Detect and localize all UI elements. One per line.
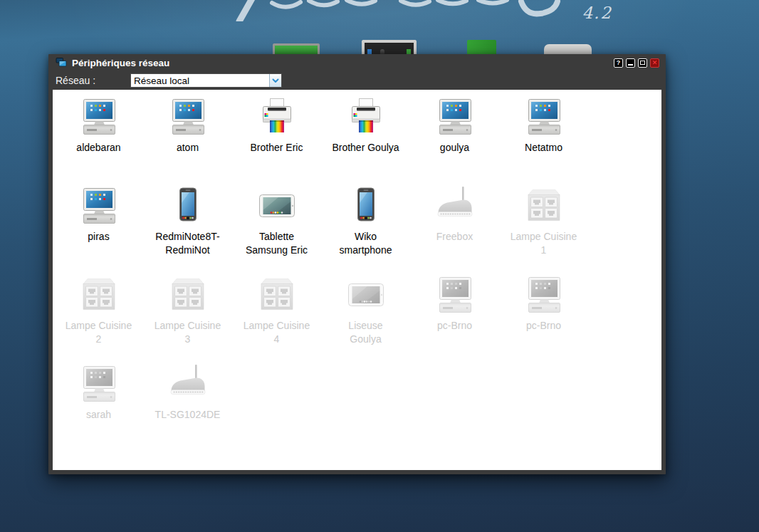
device-label: LiseuseGoulya [348, 319, 382, 346]
device-label: Brother Goulya [332, 141, 399, 155]
device-goulya[interactable]: goulya [410, 97, 499, 186]
help-button[interactable]: ? [614, 58, 623, 68]
window-controls: ? ✕ [614, 58, 659, 68]
switch-icon [79, 275, 119, 315]
tablet-icon [346, 275, 386, 315]
network-devices-window: Périphériques réseau ? ✕ Réseau : Réseau… [48, 54, 666, 474]
desktop-icon-partial-2[interactable] [362, 40, 417, 54]
router-icon [435, 186, 475, 226]
device-label: goulya [440, 141, 469, 155]
device-sarah[interactable]: sarah [54, 364, 143, 453]
device-panel: aldebaran atom Brother Eric Brother Goul… [53, 90, 661, 470]
device-pc-brno[interactable]: pc-Brno [410, 275, 499, 364]
switch-icon [524, 186, 564, 226]
network-select[interactable]: Réseau local [130, 73, 282, 88]
computer-icon [168, 97, 208, 137]
device-netatmo[interactable]: Netatmo [499, 97, 588, 186]
titlebar[interactable]: Périphériques réseau ? ✕ [48, 54, 666, 71]
device-label: TL-SG1024DE [155, 408, 221, 422]
device-label: RedmiNote8T-RedmiNot [155, 230, 219, 257]
device-brother-goulya[interactable]: Brother Goulya [321, 97, 410, 186]
device-tablette-samsung-eric[interactable]: TabletteSamsung Eric [232, 186, 321, 275]
tablet-icon [257, 186, 297, 226]
device-freebox[interactable]: Freebox [410, 186, 499, 275]
computer-icon [524, 97, 564, 137]
device-aldebaran[interactable]: aldebaran [54, 97, 143, 186]
network-label: Réseau : [56, 75, 95, 86]
device-tl-sg1024de[interactable]: TL-SG1024DE [143, 364, 232, 453]
device-label: Brother Eric [251, 141, 303, 155]
computer-icon [79, 97, 119, 137]
desktop-icon-partial-1[interactable] [273, 43, 320, 54]
wallpaper-version-label: 4.2 [570, 4, 612, 22]
switch-icon [168, 275, 208, 315]
device-lampe-cuisine-1[interactable]: Lampe Cuisine1 [499, 186, 588, 275]
device-label: Lampe Cuisine1 [511, 230, 577, 257]
device-atom[interactable]: atom [143, 97, 232, 186]
device-label: TabletteSamsung Eric [246, 230, 308, 257]
switch-icon [257, 275, 297, 315]
network-select-value: Réseau local [131, 75, 269, 86]
device-lampe-cuisine-2[interactable]: Lampe Cuisine2 [54, 275, 143, 364]
minimize-icon [628, 64, 633, 66]
chevron-down-icon [272, 78, 279, 83]
computer-icon [79, 186, 119, 226]
close-button[interactable]: ✕ [650, 58, 659, 68]
window-title: Périphériques réseau [72, 58, 169, 68]
device-label: Lampe Cuisine2 [66, 319, 132, 346]
wallpaper-script-remnant [228, 0, 612, 21]
device-pc-brno-2[interactable]: pc-Brno [499, 275, 588, 364]
device-lampe-cuisine-3[interactable]: Lampe Cuisine3 [143, 275, 232, 364]
device-label: sarah [86, 408, 111, 422]
maximize-button[interactable] [638, 58, 647, 68]
device-label: Lampe Cuisine3 [155, 319, 221, 346]
device-wiko-smartphone[interactable]: Wikosmartphone [321, 186, 410, 275]
router-icon [168, 364, 208, 404]
device-label: aldebaran [76, 141, 120, 155]
printer-icon [257, 97, 297, 137]
network-select-dropdown-button[interactable] [269, 74, 281, 87]
device-label: Lampe Cuisine4 [244, 319, 310, 346]
computer-icon [435, 275, 475, 315]
device-label: Wikosmartphone [340, 230, 392, 257]
minimize-button[interactable] [626, 58, 635, 68]
network-toolbar: Réseau : Réseau local [48, 71, 666, 90]
computer-icon [79, 364, 119, 404]
smartphone-icon [168, 186, 208, 226]
maximize-icon [640, 61, 645, 65]
device-label: piras [88, 230, 109, 244]
device-label: Netatmo [525, 141, 562, 155]
device-brother-eric[interactable]: Brother Eric [232, 97, 321, 186]
printer-icon [346, 97, 386, 137]
device-grid: aldebaran atom Brother Eric Brother Goul… [53, 90, 661, 453]
device-label: Freebox [436, 230, 473, 244]
device-label: pc-Brno [437, 319, 472, 333]
device-redminote8t-redminot[interactable]: RedmiNote8T-RedmiNot [143, 186, 232, 275]
smartphone-icon [346, 186, 386, 226]
device-piras[interactable]: piras [54, 186, 143, 275]
device-liseuse-goulya[interactable]: LiseuseGoulya [321, 275, 410, 364]
desktop-icon-partial-3[interactable] [467, 40, 496, 54]
desktop-icon-partial-4[interactable] [544, 44, 592, 54]
network-places-icon [56, 58, 67, 68]
computer-icon [524, 275, 564, 315]
device-label: atom [177, 141, 199, 155]
device-label: pc-Brno [526, 319, 561, 333]
computer-icon [435, 97, 475, 137]
device-lampe-cuisine-4[interactable]: Lampe Cuisine4 [232, 275, 321, 364]
